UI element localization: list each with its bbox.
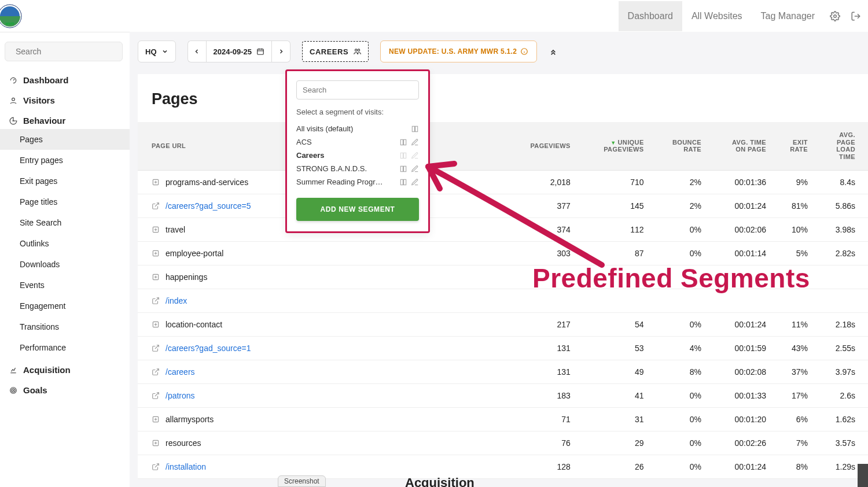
sidebar-section-visitors[interactable]: Visitors <box>0 88 130 109</box>
cell-pageviews: 183 <box>503 383 576 407</box>
cell-exit <box>772 265 814 289</box>
sidebar-item-engagement[interactable]: Engagement <box>0 296 130 316</box>
nav-tag-manager[interactable]: Tag Manager <box>752 1 824 31</box>
compare-icon[interactable] <box>411 125 419 133</box>
sidebar-section-dashboard[interactable]: Dashboard <box>0 68 130 88</box>
sidebar-section-behaviour[interactable]: Behaviour <box>0 109 130 129</box>
url-label: allarmysports <box>165 415 214 424</box>
segment-item[interactable]: Careers <box>296 149 419 162</box>
sidebar-item-entry-pages[interactable]: Entry pages <box>0 150 130 171</box>
cell-unique <box>576 289 650 312</box>
cell-unique: 87 <box>576 241 650 265</box>
table-row[interactable]: programs-and-services2,0187102%00:01:369… <box>138 170 868 194</box>
settings-icon[interactable] <box>830 11 840 21</box>
compare-icon[interactable] <box>399 152 407 160</box>
sidebar-section-label: Dashboard <box>23 75 68 85</box>
th-unique-pageviews[interactable]: ▼UNIQUE PAGEVIEWS <box>576 122 650 170</box>
svg-rect-46 <box>412 126 414 131</box>
cell-exit: 8% <box>772 455 814 478</box>
sidebar-search[interactable] <box>5 42 123 61</box>
svg-rect-48 <box>400 139 403 145</box>
sidebar-section-label: Goals <box>23 385 47 395</box>
nav-dashboard[interactable]: Dashboard <box>619 1 682 31</box>
svg-rect-47 <box>415 126 418 131</box>
scrollbar-thumb[interactable] <box>858 464 868 487</box>
svg-line-38 <box>155 392 159 396</box>
date-next-button[interactable] <box>272 40 290 62</box>
nav-all-websites[interactable]: All Websites <box>682 1 752 31</box>
site-selector[interactable]: HQ <box>138 40 176 62</box>
th-pageviews[interactable]: PAGEVIEWS <box>503 122 576 170</box>
sidebar-item-page-titles[interactable]: Page titles <box>0 191 130 212</box>
main-card: Pages PAGE URL PAGEVIEWS ▼UNIQUE PAGEVIE… <box>138 74 868 479</box>
date-prev-button[interactable] <box>187 40 206 62</box>
collapse-toolbar-icon[interactable] <box>549 47 558 56</box>
th-exit-rate[interactable]: EXITRATE <box>772 122 814 170</box>
sidebar-search-input[interactable] <box>16 47 117 56</box>
table-row[interactable]: happenings <box>138 265 868 289</box>
users-icon <box>353 47 361 56</box>
segment-item[interactable]: All visits (default) <box>296 122 419 135</box>
sidebar-item-transitions[interactable]: Transitions <box>0 316 130 337</box>
logout-icon[interactable] <box>851 11 861 21</box>
cell-unique: 112 <box>576 217 650 241</box>
compare-icon[interactable] <box>399 165 407 173</box>
table-row[interactable]: location-contact217540%00:01:2411%2.18s <box>138 312 868 336</box>
svg-rect-52 <box>400 166 403 171</box>
cell-exit: 10% <box>772 217 814 241</box>
cell-load: 2.18s <box>814 312 868 336</box>
date-display[interactable]: 2024-09-25 <box>206 40 273 62</box>
th-bounce-rate[interactable]: BOUNCERATE <box>650 122 707 170</box>
sidebar-item-events[interactable]: Events <box>0 275 130 296</box>
table-row[interactable]: /careers?gad_source=53771452%00:01:2481%… <box>138 194 868 217</box>
update-banner[interactable]: NEW UPDATE: U.S. ARMY MWR 5.1.2 <box>380 40 537 62</box>
edit-icon[interactable] <box>411 152 419 160</box>
table-row[interactable]: /patrons183410%00:01:3317%2.6s <box>138 383 868 407</box>
edit-icon[interactable] <box>411 138 419 146</box>
add-segment-button[interactable]: ADD NEW SEGMENT <box>296 198 419 221</box>
cell-bounce: 0% <box>650 407 707 431</box>
cell-bounce: 0% <box>650 217 707 241</box>
segment-search-input[interactable] <box>296 80 419 99</box>
cell-pageviews <box>503 289 576 312</box>
cell-avg_time: 00:01:59 <box>707 336 772 360</box>
sidebar-item-performance[interactable]: Performance <box>0 337 130 358</box>
sidebar-section-label: Behaviour <box>23 116 65 126</box>
table-row[interactable]: allarmysports71310%00:01:206%1.62s <box>138 407 868 431</box>
cell-avg_time: 00:01:24 <box>707 455 772 478</box>
segment-selector[interactable]: CAREERS <box>302 41 369 62</box>
cell-exit <box>772 289 814 312</box>
sidebar-item-downloads[interactable]: Downloads <box>0 254 130 275</box>
th-load-time[interactable]: AVG. PAGE LOAD TIME <box>814 122 868 170</box>
cell-unique: 54 <box>576 312 650 336</box>
table-row[interactable]: travel3741120%00:02:0610%3.98s <box>138 217 868 241</box>
segment-item-label: Summer Reading Progr… <box>296 178 383 186</box>
sidebar-section-goals[interactable]: Goals <box>0 378 130 399</box>
compare-icon[interactable] <box>399 178 407 186</box>
cell-exit: 6% <box>772 407 814 431</box>
table-row[interactable]: /careers131498%00:02:0837%3.97s <box>138 360 868 383</box>
segment-item[interactable]: Summer Reading Progr… <box>296 175 419 189</box>
cell-bounce: 8% <box>650 360 707 383</box>
table-row[interactable]: /installation128260%00:01:248%1.29s <box>138 455 868 478</box>
segment-item[interactable]: STRONG B.A.N.D.S. <box>296 162 419 175</box>
url-label: /installation <box>165 462 206 471</box>
cell-pageviews: 131 <box>503 336 576 360</box>
external-link-icon <box>152 463 160 471</box>
compare-icon[interactable] <box>399 138 407 146</box>
table-row[interactable]: /index <box>138 289 868 312</box>
th-avg-time[interactable]: AVG. TIMEON PAGE <box>707 122 772 170</box>
app-logo: MWR <box>0 4 22 28</box>
table-row[interactable]: resources76290%00:02:267%3.57s <box>138 431 868 455</box>
table-row[interactable]: employee-portal303870%00:01:145%2.82s <box>138 241 868 265</box>
sidebar-item-outlinks[interactable]: Outlinks <box>0 233 130 254</box>
sidebar-item-site-search[interactable]: Site Search <box>0 212 130 233</box>
sidebar-section-acquisition[interactable]: Acquisition <box>0 358 130 378</box>
sidebar-item-pages[interactable]: Pages <box>0 129 130 150</box>
segment-item[interactable]: ACS <box>296 135 419 149</box>
edit-icon[interactable] <box>411 165 419 173</box>
sidebar-item-exit-pages[interactable]: Exit pages <box>0 171 130 191</box>
calendar-icon <box>256 47 264 56</box>
edit-icon[interactable] <box>411 178 419 186</box>
table-row[interactable]: /careers?gad_source=1131534%00:01:5943%2… <box>138 336 868 360</box>
